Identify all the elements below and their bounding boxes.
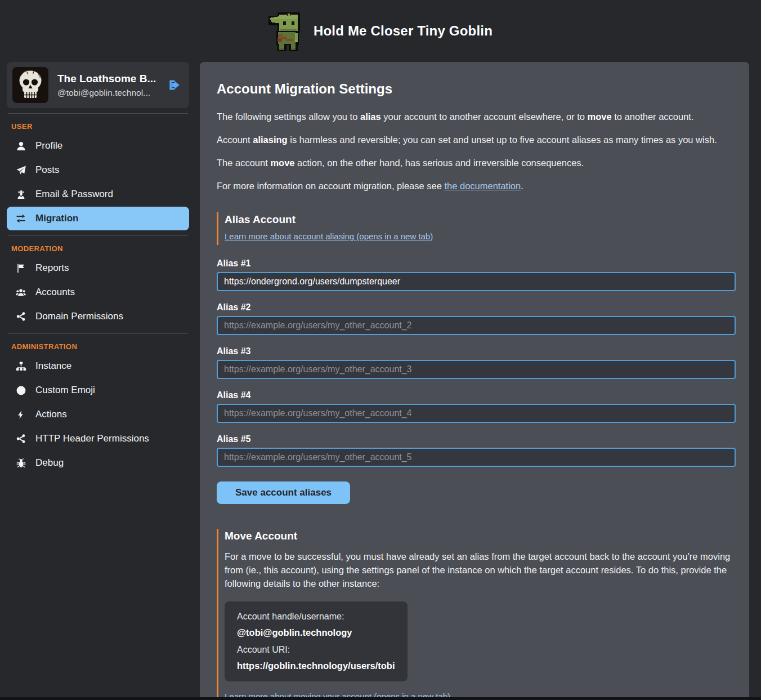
alias-docs-link[interactable]: Learn more about account aliasing (opens… [225,231,433,241]
sitemap-icon [15,361,26,372]
sidebar-item-label: Domain Permissions [35,311,123,322]
window-bottom-edge [0,697,761,700]
sidebar-item-label: Profile [35,140,62,151]
alias-2-input[interactable] [217,316,736,335]
sidebar-item-debug[interactable]: Debug [7,451,189,475]
user-secret-icon [15,189,26,200]
intro-paragraph: For more information on account migratio… [217,180,736,193]
sidebar-item-migration[interactable]: Migration [7,207,189,230]
sidebar-item-http-header-permissions[interactable]: HTTP Header Permissions [7,427,189,451]
sidebar-divider [8,235,188,236]
sidebar-section-moderation: MODERATION [11,244,185,253]
migration-arrows-icon [15,213,26,224]
move-section-heading: Move Account [225,530,736,542]
user-handle: @tobi@goblin.technol... [57,88,156,98]
sidebar-item-label: Posts [35,164,60,176]
sidebar-item-reports[interactable]: Reports [7,256,189,280]
sidebar-item-label: Actions [35,409,67,420]
sidebar-item-label: Instance [35,360,71,372]
avatar [12,67,48,103]
sidebar-item-custom-emoji[interactable]: Custom Emoji [7,378,189,402]
sidebar-item-label: Migration [35,213,79,224]
sidebar-item-instance[interactable]: Instance [7,354,189,378]
smiley-icon [15,385,26,396]
sidebar-divider [8,113,188,114]
intro-paragraph: Account aliasing is harmless and reversi… [217,133,736,147]
sidebar-item-label: Debug [35,457,64,469]
page-title: Account Migration Settings [217,81,736,97]
alias-field-4: Alias #4 [217,390,736,423]
sidebar-item-label: Reports [35,262,69,274]
alias-section-header: Alias Account Learn more about account a… [217,212,736,245]
account-handle-value: @tobi@goblin.technology [237,627,395,638]
main-panel: Account Migration Settings The following… [200,62,749,700]
alias-field-3: Alias #3 [217,346,736,379]
alias-field-2: Alias #2 [217,302,736,335]
sidebar-item-accounts[interactable]: Accounts [7,280,189,304]
users-icon [15,287,26,298]
goblin-logo-icon [268,10,303,52]
alias-3-label: Alias #3 [217,346,736,356]
sidebar-item-actions[interactable]: Actions [7,403,189,426]
app-header: Hold Me Closer Tiny Goblin [0,0,761,62]
bug-icon [15,458,26,469]
sidebar-item-label: HTTP Header Permissions [35,433,149,444]
sidebar-item-label: Email & Password [35,189,113,200]
account-uri-value: https://goblin.technology/users/tobi [237,661,395,671]
alias-4-label: Alias #4 [217,390,736,400]
share-nodes-icon [15,311,26,322]
account-handle-label: Account handle/username: [237,612,395,622]
alias-fields: Alias #1 Alias #2 Alias #3 Alias #4 Alia… [217,258,736,467]
user-icon [15,141,26,151]
alias-5-input[interactable] [217,448,736,467]
move-section: Move Account For a move to be successful… [217,529,736,700]
alias-section-heading: Alias Account [225,213,736,226]
alias-4-input[interactable] [217,404,736,423]
alias-field-1: Alias #1 [217,258,736,291]
alias-5-label: Alias #5 [217,434,736,444]
alias-1-input[interactable] [217,272,736,291]
user-display-name: The Loathsome B... [57,73,156,85]
intro-paragraph: The following settings allow you to alia… [217,110,736,124]
intro-paragraph: The account move action, on the other ha… [217,157,736,170]
sign-out-icon[interactable] [167,78,181,92]
move-description: For a move to be successful, you must ha… [225,550,736,591]
share-nodes-icon [15,434,26,444]
account-details-box: Account handle/username: @tobi@goblin.te… [225,601,408,681]
alias-3-input[interactable] [217,360,736,379]
sidebar: The Loathsome B... @tobi@goblin.technol.… [7,62,189,475]
documentation-link[interactable]: the documentation [444,181,521,191]
alias-2-label: Alias #2 [217,302,736,313]
page-layout: The Loathsome B... @tobi@goblin.technol.… [0,62,761,700]
paper-plane-icon [15,165,26,176]
sidebar-item-posts[interactable]: Posts [7,158,189,182]
sidebar-section-user: USER [11,122,185,131]
sidebar-item-email-password[interactable]: Email & Password [7,182,189,206]
account-uri-label: Account URI: [237,645,395,655]
sidebar-divider [8,333,188,334]
sidebar-item-label: Custom Emoji [35,385,95,396]
app-title: Hold Me Closer Tiny Goblin [314,23,493,39]
sidebar-item-profile[interactable]: Profile [7,134,189,158]
user-meta: The Loathsome B... @tobi@goblin.technol.… [57,73,156,98]
alias-field-5: Alias #5 [217,434,736,467]
bolt-icon [15,409,26,420]
user-card[interactable]: The Loathsome B... @tobi@goblin.technol.… [7,62,189,108]
flag-icon [15,263,26,274]
sidebar-item-domain-permissions[interactable]: Domain Permissions [7,305,189,328]
sidebar-item-label: Accounts [35,287,75,298]
alias-1-label: Alias #1 [217,258,736,269]
sidebar-section-administration: ADMINISTRATION [11,342,185,351]
save-account-aliases-button[interactable]: Save account aliases [217,481,350,504]
